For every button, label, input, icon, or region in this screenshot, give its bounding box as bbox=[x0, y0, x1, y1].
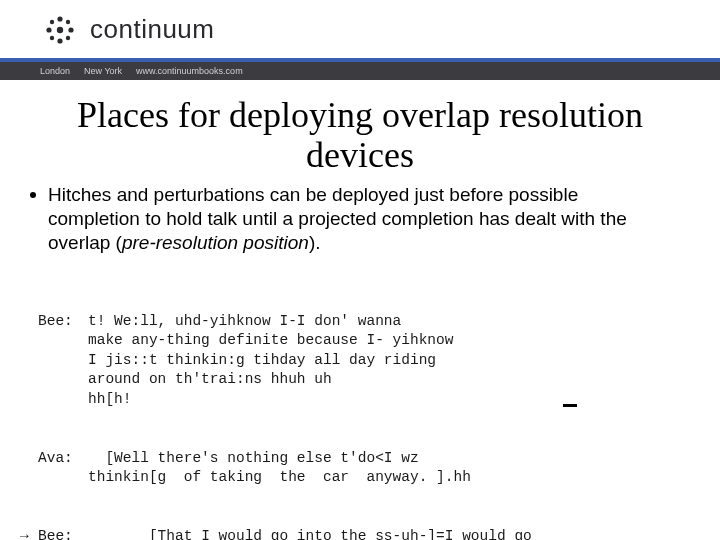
svg-point-2 bbox=[57, 38, 62, 43]
bullet-item: Hitches and perturbations can be deploye… bbox=[30, 183, 670, 254]
focus-mark-icon bbox=[563, 404, 577, 407]
transcript-speaker: Ava: bbox=[38, 449, 88, 488]
transcript-speaker: Bee: bbox=[38, 312, 88, 410]
header-city-newyork: New York bbox=[84, 66, 122, 76]
svg-point-4 bbox=[68, 27, 73, 32]
transcript-utter: [Well there's nothing else t'do<I wz thi… bbox=[88, 449, 706, 488]
brand: continuum bbox=[40, 14, 214, 45]
bullet-list: Hitches and perturbations can be deploye… bbox=[30, 183, 670, 254]
transcript-utter: [That I would go into the ss-uh-]=I woul… bbox=[88, 527, 706, 540]
header-city-london: London bbox=[40, 66, 70, 76]
svg-point-3 bbox=[46, 27, 51, 32]
slide-header: continuum London New York www.continuumb… bbox=[0, 0, 720, 80]
transcript-arrow: → bbox=[20, 527, 38, 540]
bullet-text-b: ). bbox=[309, 232, 321, 253]
svg-point-6 bbox=[66, 19, 70, 23]
svg-point-0 bbox=[57, 26, 63, 32]
slide-title: Places for deploying overlap resolution … bbox=[40, 96, 680, 175]
svg-point-8 bbox=[66, 35, 70, 39]
brand-name: continuum bbox=[90, 14, 214, 45]
svg-point-5 bbox=[50, 19, 54, 23]
header-url: www.continuumbooks.com bbox=[136, 66, 243, 76]
header-subbar: London New York www.continuumbooks.com bbox=[0, 62, 720, 80]
transcript-utter: t! We:ll, uhd-yihknow I-I don' wanna mak… bbox=[88, 312, 706, 410]
slide: continuum London New York www.continuumb… bbox=[0, 0, 720, 540]
bullet-text: Hitches and perturbations can be deploye… bbox=[48, 183, 670, 254]
bullet-text-italic: pre-resolution position bbox=[122, 232, 309, 253]
transcript-speaker: Bee: bbox=[38, 527, 88, 540]
transcript-row: Ava: [Well there's nothing else t'do<I w… bbox=[20, 449, 706, 488]
bullet-dot-icon bbox=[30, 192, 36, 198]
svg-point-7 bbox=[50, 35, 54, 39]
transcript-row: → Bee: [That I would go into the ss-uh-]… bbox=[20, 527, 706, 540]
svg-point-1 bbox=[57, 16, 62, 21]
transcript-arrow bbox=[20, 312, 38, 410]
transcript-block: Bee: t! We:ll, uhd-yihknow I-I don' wann… bbox=[0, 272, 720, 540]
brand-logo-icon bbox=[40, 15, 80, 45]
transcript-row: Bee: t! We:ll, uhd-yihknow I-I don' wann… bbox=[20, 312, 706, 410]
transcript-arrow bbox=[20, 449, 38, 488]
